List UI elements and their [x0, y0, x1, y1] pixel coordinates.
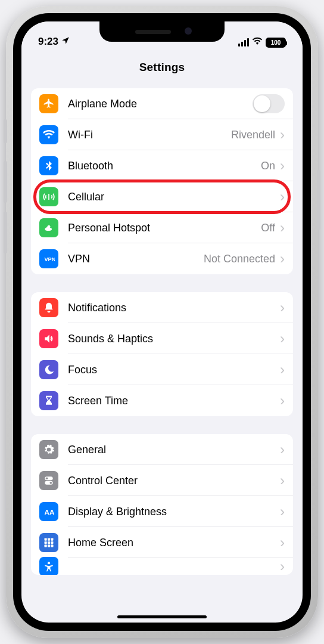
vpn-icon: VPN [39, 249, 58, 268]
chevron-right-icon: › [280, 301, 285, 315]
sounds-icon [39, 329, 58, 348]
page-title: Settings [21, 50, 303, 82]
svg-rect-6 [45, 538, 47, 541]
settings-row-airplane-mode[interactable]: Airplane Mode [31, 88, 293, 119]
settings-row-screen-time[interactable]: Screen Time› [31, 385, 293, 416]
row-label: Sounds & Haptics [68, 333, 153, 345]
row-label: Screen Time [68, 395, 128, 407]
notch [99, 21, 225, 42]
row-value: Off [261, 222, 275, 234]
hotspot-icon [39, 218, 58, 237]
toggle-switch[interactable] [253, 94, 285, 113]
row-value: Rivendell [231, 129, 275, 141]
row-label: Cellular [68, 191, 104, 203]
cellular-icon [39, 187, 58, 206]
general-icon [39, 440, 58, 459]
notifications-icon [39, 298, 58, 317]
settings-list[interactable]: Airplane ModeWi-FiRivendell›BluetoothOn›… [21, 82, 303, 599]
row-label: Airplane Mode [68, 98, 137, 110]
settings-row-general[interactable]: General› [31, 434, 293, 465]
chevron-right-icon: › [280, 504, 285, 519]
wifi-icon [39, 125, 58, 144]
svg-point-4 [50, 482, 52, 484]
chevron-right-icon: › [280, 221, 285, 235]
device-frame: 9:23 100 Settings Airplane ModeWi-FiRive… [6, 6, 318, 638]
svg-rect-7 [48, 538, 50, 541]
row-label: Focus [68, 364, 97, 376]
battery-indicator: 100 [266, 38, 286, 48]
row-label: Personal Hotspot [68, 222, 150, 234]
svg-text:AA: AA [45, 508, 55, 516]
settings-row-display-brightness[interactable]: AADisplay & Brightness› [31, 496, 293, 527]
row-label: General [68, 444, 106, 456]
chevron-right-icon: › [280, 394, 285, 408]
chevron-right-icon: › [280, 332, 285, 346]
row-label: Display & Brightness [68, 506, 167, 518]
row-value: Not Connected [204, 253, 275, 265]
chevron-right-icon: › [280, 190, 285, 204]
svg-rect-13 [48, 544, 50, 547]
cellular-signal-icon [238, 38, 249, 47]
wifi-signal-icon [252, 37, 263, 48]
settings-row-[interactable]: › [31, 558, 293, 575]
chevron-right-icon: › [280, 442, 285, 457]
volume-up-button[interactable] [4, 161, 7, 203]
svg-point-3 [46, 477, 48, 479]
homescreen-icon [39, 533, 58, 552]
settings-group: General›Control Center›AADisplay & Brigh… [31, 434, 293, 575]
accessibility-icon [39, 557, 58, 575]
chevron-right-icon: › [280, 159, 285, 173]
settings-row-sounds-haptics[interactable]: Sounds & Haptics› [31, 323, 293, 354]
row-label: Wi-Fi [68, 129, 93, 141]
svg-rect-14 [51, 544, 53, 547]
row-label: Home Screen [68, 537, 133, 549]
svg-text:VPN: VPN [45, 256, 55, 262]
settings-row-home-screen[interactable]: Home Screen› [31, 527, 293, 558]
row-label: Control Center [68, 475, 138, 487]
chevron-right-icon: › [280, 473, 285, 488]
svg-point-15 [48, 562, 50, 564]
location-icon [61, 36, 70, 48]
display-icon: AA [39, 502, 58, 521]
svg-rect-10 [48, 541, 50, 544]
svg-rect-9 [45, 541, 47, 544]
focus-icon [39, 360, 58, 379]
chevron-right-icon: › [280, 559, 285, 574]
screen: 9:23 100 Settings Airplane ModeWi-FiRive… [21, 21, 303, 623]
airplane-icon [39, 94, 58, 113]
row-value: On [261, 160, 275, 172]
chevron-right-icon: › [280, 535, 285, 550]
status-time: 9:23 [38, 36, 58, 48]
home-indicator[interactable] [117, 615, 207, 618]
settings-row-focus[interactable]: Focus› [31, 354, 293, 385]
settings-row-wi-fi[interactable]: Wi-FiRivendell› [31, 119, 293, 150]
controlcenter-icon [39, 471, 58, 490]
svg-rect-12 [45, 544, 47, 547]
settings-row-bluetooth[interactable]: BluetoothOn› [31, 150, 293, 181]
settings-group: Airplane ModeWi-FiRivendell›BluetoothOn›… [31, 88, 293, 274]
chevron-right-icon: › [280, 252, 285, 266]
bluetooth-icon [39, 156, 58, 175]
mute-switch[interactable] [4, 119, 7, 143]
svg-rect-8 [51, 538, 53, 541]
chevron-right-icon: › [280, 128, 285, 142]
chevron-right-icon: › [280, 363, 285, 377]
row-label: VPN [68, 253, 90, 265]
row-label: Bluetooth [68, 160, 113, 172]
screentime-icon [39, 391, 58, 410]
settings-row-vpn[interactable]: VPNVPNNot Connected› [31, 243, 293, 274]
power-button[interactable] [317, 170, 320, 230]
settings-row-control-center[interactable]: Control Center› [31, 465, 293, 496]
row-label: Notifications [68, 302, 126, 314]
settings-row-personal-hotspot[interactable]: Personal HotspotOff› [31, 212, 293, 243]
svg-rect-11 [51, 541, 53, 544]
bezel: 9:23 100 Settings Airplane ModeWi-FiRive… [13, 13, 311, 631]
volume-down-button[interactable] [4, 212, 7, 253]
settings-group: Notifications›Sounds & Haptics›Focus›Scr… [31, 292, 293, 416]
settings-row-notifications[interactable]: Notifications› [31, 292, 293, 323]
settings-row-cellular[interactable]: Cellular› [31, 181, 293, 212]
